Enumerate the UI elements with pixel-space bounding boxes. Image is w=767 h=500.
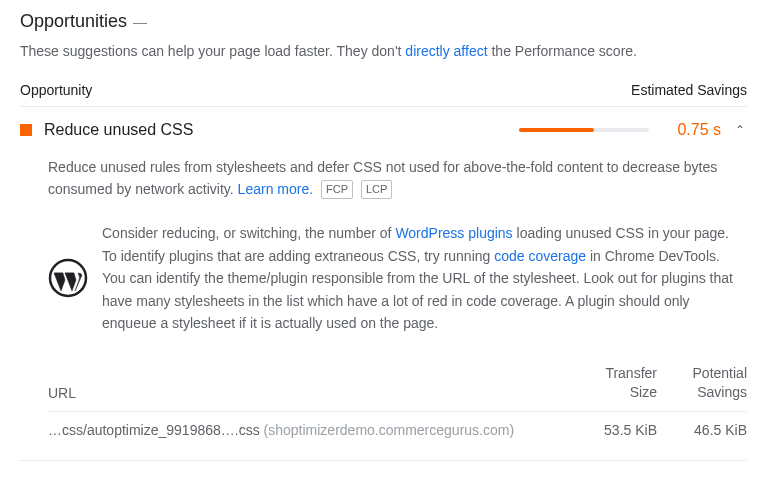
th-potential-savings: Potential Savings xyxy=(657,364,747,400)
severity-indicator-icon xyxy=(20,124,32,136)
cell-url: …css/autoptimize_9919868….css (shoptimiz… xyxy=(48,422,567,438)
cell-transfer-size: 53.5 KiB xyxy=(567,422,657,438)
learn-more-link[interactable]: Learn more. xyxy=(238,181,313,197)
resources-table: URL Transfer Size Potential Savings …css… xyxy=(20,354,747,459)
badge-lcp: LCP xyxy=(361,180,392,199)
cell-url-path: …css/autoptimize_9919868….css xyxy=(48,422,260,438)
opportunities-header: Opportunities — These suggestions can he… xyxy=(20,8,747,72)
dash: — xyxy=(133,12,147,33)
th-save-l1: Potential xyxy=(657,364,747,382)
table-body: …css/autoptimize_9919868….css (shoptimiz… xyxy=(48,411,747,448)
table-header: URL Transfer Size Potential Savings xyxy=(48,354,747,410)
wordpress-plugins-link[interactable]: WordPress plugins xyxy=(395,225,512,241)
col-savings: Estimated Savings xyxy=(631,82,747,98)
savings-value: 0.75 s xyxy=(661,121,721,139)
audit-summary-row[interactable]: Reduce unused CSS 0.75 s ⌃ xyxy=(20,107,747,153)
audit-description: Reduce unused rules from stylesheets and… xyxy=(20,153,747,218)
stack-before1: Consider reducing, or switching, the num… xyxy=(102,225,395,241)
cell-potential-savings: 46.5 KiB xyxy=(657,422,747,438)
audit-title: Reduce unused CSS xyxy=(44,121,507,139)
savings-gauge-fill xyxy=(519,128,594,132)
code-coverage-link[interactable]: code coverage xyxy=(494,248,586,264)
badge-fcp: FCP xyxy=(321,180,353,199)
chevron-up-icon[interactable]: ⌃ xyxy=(733,123,747,137)
th-save-l2: Savings xyxy=(657,383,747,401)
th-size-l2: Size xyxy=(567,383,657,401)
table-row: …css/autoptimize_9919868….css (shoptimiz… xyxy=(48,411,747,448)
th-transfer-size: Transfer Size xyxy=(567,364,657,400)
th-size-l1: Transfer xyxy=(567,364,657,382)
savings-gauge xyxy=(519,128,649,132)
header-desc-after: the Performance score. xyxy=(488,43,637,59)
stack-pack-row: Consider reducing, or switching, the num… xyxy=(20,218,747,354)
stack-pack-text: Consider reducing, or switching, the num… xyxy=(102,222,747,334)
th-url: URL xyxy=(48,385,567,401)
cell-url-host: (shoptimizerdemo.commercegurus.com) xyxy=(264,422,515,438)
header-desc: These suggestions can help your page loa… xyxy=(20,41,637,62)
directly-affect-link[interactable]: directly affect xyxy=(405,43,487,59)
header-desc-before: These suggestions can help your page loa… xyxy=(20,43,405,59)
audit-reduce-unused-css: Reduce unused CSS 0.75 s ⌃ Reduce unused… xyxy=(20,107,747,461)
col-opportunity: Opportunity xyxy=(20,82,92,98)
section-title: Opportunities xyxy=(20,8,127,35)
column-headers: Opportunity Estimated Savings xyxy=(20,72,747,107)
wordpress-icon xyxy=(48,222,88,334)
